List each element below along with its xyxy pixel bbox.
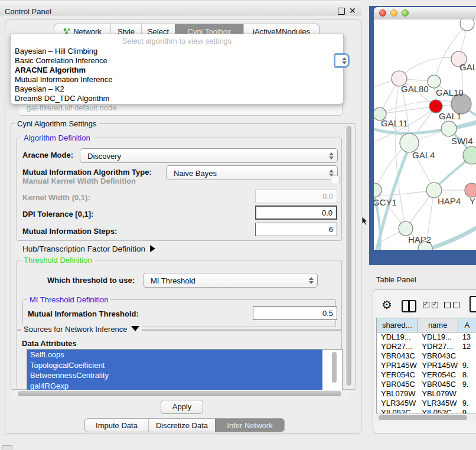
float-window-icon[interactable]	[338, 8, 345, 15]
network-canvas[interactable]: GALGAL80GAL10GAL1GAL11SWI4GAL4GCY1HAP4YH…	[374, 19, 476, 250]
document-icon[interactable]	[470, 296, 476, 312]
split-columns-icon[interactable]	[402, 300, 416, 312]
column-header-a[interactable]: A	[458, 318, 476, 332]
settings-horizontal-scrollbar[interactable]	[13, 390, 348, 397]
close-traffic-light[interactable]	[379, 9, 386, 17]
network-node-swi4[interactable]	[441, 121, 457, 136]
algorithm-combobox-focus-ring[interactable]	[334, 53, 350, 68]
mi-threshold-input[interactable]	[253, 306, 337, 320]
table-cell[interactable]: YLR345W	[418, 399, 458, 408]
close-icon[interactable]: ✕	[349, 6, 356, 15]
sources-expander[interactable]: Sources for Network Inference	[21, 325, 142, 334]
algorithm-option-mutual-information-inference[interactable]: Mutual Information Inference	[11, 75, 343, 84]
show-columns-icon[interactable]	[423, 302, 438, 308]
spinner-arrows-icon	[341, 56, 346, 66]
algorithm-option-aracne-algorithm[interactable]: ARACNE Algorithm	[11, 66, 343, 75]
tab-discretize-data[interactable]: Discretize Data	[148, 419, 215, 432]
tab-infer-network[interactable]: Infer Network	[215, 419, 284, 432]
table-row[interactable]: YLR345WYLR345W9.	[377, 399, 476, 408]
table-cell[interactable]: 9.	[458, 361, 476, 370]
network-node-hap2[interactable]	[399, 221, 413, 236]
table-cell[interactable]: 8.	[458, 370, 476, 380]
network-edge[interactable]	[396, 79, 406, 229]
algorithm-option-bayesian-k2[interactable]: Bayesian – K2	[11, 84, 343, 94]
settings-vertical-scrollbar[interactable]	[344, 125, 354, 387]
table-cell[interactable]: YPR145W	[377, 361, 418, 370]
network-node-gal10[interactable]	[428, 75, 441, 88]
which-threshold-select[interactable]: MI Threshold	[143, 273, 318, 288]
table-cell[interactable]: YDR27...	[377, 342, 418, 351]
data-attribute-option-betweennesscentrality[interactable]: BetweennessCentrality	[27, 370, 322, 381]
minimize-traffic-light[interactable]	[390, 9, 397, 17]
table-cell[interactable]: 12	[458, 342, 476, 351]
network-node-label: GAL80	[401, 84, 429, 94]
mi-type-select[interactable]: Naive Bayes	[166, 165, 338, 180]
table-row[interactable]: YDR27...YDR27...12	[377, 342, 476, 351]
mi-steps-label: Mutual Information Steps:	[22, 227, 117, 236]
network-node-label: GAL4	[412, 150, 435, 160]
dropdown-prompt: Select algorithm to view settings	[11, 37, 343, 45]
table-row[interactable]: YBR045CYBR045C9.	[377, 380, 476, 389]
network-window-titlebar[interactable]	[374, 7, 476, 20]
scrollbar-thumb[interactable]	[18, 391, 341, 396]
dpi-tolerance-label: DPI Tolerance [0,1]:	[22, 210, 93, 219]
network-node-gcy1[interactable]	[374, 183, 382, 197]
table-row[interactable]: YDL19...YDL19...13	[377, 332, 476, 342]
network-edge[interactable]	[374, 190, 434, 196]
hide-columns-icon[interactable]	[444, 302, 459, 308]
corner-button-fragment[interactable]	[2, 445, 12, 450]
list-scrollbar-thumb[interactable]	[332, 352, 337, 383]
aracne-mode-select[interactable]: Discovery	[80, 148, 338, 163]
table-row[interactable]: YBR043CYBR043C	[377, 351, 476, 361]
column-header-name[interactable]: name	[418, 318, 458, 332]
gear-icon[interactable]: ⚙	[382, 298, 392, 312]
table-cell[interactable]: 13	[458, 332, 476, 342]
network-node-label: GAL11	[381, 118, 408, 128]
table-row[interactable]: YPR145WYPR145W9.	[377, 361, 476, 370]
tab-label: Infer Network	[227, 421, 272, 430]
table-row[interactable]: YBL079WYBL079W	[377, 389, 476, 399]
data-attribute-option-topologicalcoefficient[interactable]: TopologicalCoefficient	[27, 360, 322, 371]
table-cell[interactable]: YER054C	[418, 370, 458, 380]
table-cell[interactable]: YLR345W	[377, 399, 418, 408]
data-attribute-option-selfloops[interactable]: SelfLoops	[27, 350, 322, 360]
hub-definition-expander[interactable]: Hub/Transcription Factor Definition	[22, 244, 155, 253]
table-cell[interactable]	[458, 389, 476, 399]
table-cell[interactable]: YDL19...	[377, 332, 418, 342]
table-cell[interactable]: YBR043C	[377, 351, 418, 361]
table-cell[interactable]: YDL19...	[418, 332, 458, 342]
apply-button[interactable]: Apply	[161, 400, 203, 414]
network-node-y[interactable]	[465, 183, 476, 197]
network-edge[interactable]	[399, 57, 459, 79]
dpi-tolerance-input[interactable]	[255, 206, 337, 220]
table-cell[interactable]: YBL079W	[377, 389, 418, 399]
table-cell[interactable]: YBR043C	[418, 351, 458, 361]
scrollbar-thumb[interactable]	[379, 415, 467, 420]
spinner-arrows-icon	[308, 276, 313, 285]
algorithm-option-dream8-dc-tdc-algorithm[interactable]: Dream8 DC_TDC Algorithm	[11, 94, 343, 103]
column-header-shared[interactable]: shared...	[377, 318, 418, 332]
network-node[interactable]	[460, 19, 474, 31]
table-cell[interactable]: YDR27...	[418, 342, 458, 351]
data-attributes-label: Data Attributes	[22, 339, 77, 348]
table-horizontal-scrollbar[interactable]	[376, 413, 476, 421]
algorithm-option-bayesian-hill-climbing[interactable]: Bayesian – Hill Climbing	[11, 47, 343, 56]
table-cell[interactable]: 9.	[458, 399, 476, 408]
scrollbar-thumb[interactable]	[346, 126, 351, 386]
table-cell[interactable]: YBR045C	[377, 380, 418, 389]
table-cell[interactable]: YBR045C	[418, 380, 458, 389]
manual-kernel-checkbox[interactable]	[331, 175, 340, 184]
mi-steps-input[interactable]	[255, 223, 337, 236]
table-cell[interactable]: YER054C	[377, 370, 418, 380]
table-row[interactable]: YER054CYER054C8.	[377, 370, 476, 380]
table-cell[interactable]: 9.	[458, 380, 476, 389]
kernel-width-input[interactable]	[255, 190, 337, 203]
zoom-traffic-light[interactable]	[402, 9, 409, 17]
tab-impute-data[interactable]: Impute Data	[85, 419, 148, 432]
table-cell[interactable]: YPR145W	[418, 361, 458, 370]
algorithm-option-basic-correlation-inference[interactable]: Basic Correlation Inference	[11, 56, 343, 66]
table-cell[interactable]: YBL079W	[418, 389, 458, 399]
table-cell[interactable]	[458, 351, 476, 361]
network-edge-strong[interactable]	[425, 228, 476, 250]
algorithm-option-list: Bayesian – Hill ClimbingBasic Correlatio…	[11, 47, 343, 103]
